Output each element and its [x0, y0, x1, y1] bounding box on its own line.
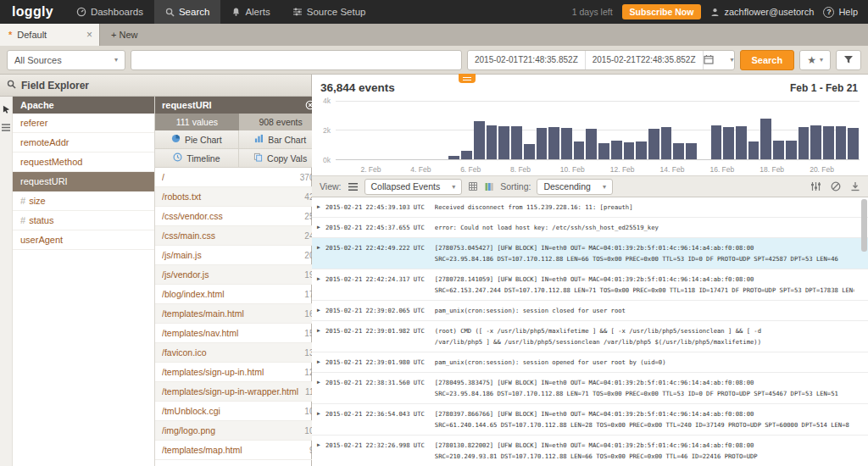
expand-event-icon[interactable]: ▶ — [317, 377, 326, 388]
y-axis-tick: 0k — [323, 156, 331, 164]
value-row[interactable]: /css/vendor.css25 — [155, 207, 322, 226]
value-row[interactable]: /js/vendor.js19 — [155, 265, 322, 285]
nav-source-setup[interactable]: Source Setup — [281, 0, 377, 24]
timeline-button[interactable]: Timeline — [155, 149, 239, 168]
expand-event-icon[interactable]: ▶ — [317, 242, 326, 253]
log-event-row[interactable]: ▶2015-02-21 22:39:01.980 UTCpam_unix(cro… — [312, 352, 868, 373]
field-group-apache[interactable]: Apache — [13, 97, 154, 114]
tab-values[interactable]: 111 values — [155, 114, 239, 130]
bar-chart-button[interactable]: Bar Chart — [239, 130, 323, 149]
source-setup-icon — [292, 7, 303, 17]
pointer-icon[interactable] — [3, 105, 10, 114]
nav-alerts[interactable]: Alerts — [220, 0, 281, 24]
log-event-row[interactable]: ▶2015-02-21 22:38:31.560 UTC[2780495.383… — [312, 373, 868, 404]
tab-default[interactable]: * Default × — [0, 24, 100, 46]
value-row[interactable]: /370 — [155, 168, 322, 187]
log-event-row[interactable]: ▶2015-02-21 22:39:01.982 UTC(root) CMD (… — [312, 321, 868, 352]
expand-event-icon[interactable]: ▶ — [317, 440, 326, 451]
grid-view-icon[interactable] — [468, 181, 478, 191]
event-message-line: SRC=23.95.84.186 DST=107.170.112.88 LEN=… — [435, 253, 854, 264]
user-menu[interactable]: zachflower@usetorch — [710, 7, 814, 17]
value-row[interactable]: /templates/sign-up-in-wrapper.html11 — [155, 382, 322, 402]
help-menu[interactable]: ? Help — [823, 7, 858, 18]
expand-event-icon[interactable]: ▶ — [317, 357, 326, 368]
log-event-row[interactable]: ▶2015-02-21 22:42:24.317 UTC[2780728.141… — [312, 269, 868, 301]
value-row[interactable]: /img/logo.png10 — [155, 421, 322, 441]
expand-event-icon[interactable]: ▶ — [317, 274, 326, 285]
chart-bars[interactable] — [336, 101, 860, 160]
field-item-referer[interactable]: referer — [13, 114, 154, 133]
column-view-icon[interactable] — [484, 181, 494, 191]
search-collapse-handle[interactable] — [459, 74, 476, 83]
value-row[interactable]: /js/main.js20 — [155, 246, 322, 265]
value-label: /templates/sign-up-in.html — [162, 367, 298, 377]
field-item-userAgent[interactable]: userAgent — [13, 230, 154, 250]
log-event-row[interactable]: ▶2015-02-21 22:36:54.043 UTC[2780397.866… — [312, 404, 868, 435]
nav-search[interactable]: Search — [154, 0, 220, 24]
field-item-remoteAddr[interactable]: remoteAddr — [13, 133, 154, 153]
histogram-bar — [548, 127, 559, 159]
tab-events[interactable]: 908 events — [239, 114, 323, 130]
search-tools-button[interactable] — [836, 50, 861, 70]
sources-dropdown[interactable]: All Sources ▾ — [7, 50, 125, 70]
event-list: ▶2015-02-21 22:45:39.103 UTCReceived dis… — [312, 197, 868, 466]
event-message: pam_unix(cron:session): session opened f… — [435, 357, 854, 368]
event-message-line: Received disconnect from 115.239.228.16:… — [435, 202, 854, 213]
histogram-bar — [711, 125, 722, 159]
value-row[interactable]: /templates/map.html9 — [155, 441, 322, 460]
nav-dashboards[interactable]: Dashboards — [65, 0, 154, 24]
pie-chart-button[interactable]: Pie Chart — [155, 130, 239, 149]
value-row[interactable]: /templates/nav.html15 — [155, 324, 322, 343]
field-label: remoteAddr — [20, 137, 69, 147]
display-options-icon[interactable] — [810, 181, 821, 191]
log-event-row[interactable]: ▶2015-02-21 22:32:26.998 UTC[2780130.822… — [312, 435, 868, 466]
field-item-requestMethod[interactable]: requestMethod — [13, 153, 154, 172]
x-axis-tick: 14. Feb — [660, 165, 685, 174]
tab-close-icon[interactable]: × — [86, 29, 92, 41]
log-event-row[interactable]: ▶2015-02-21 22:45:39.103 UTCReceived dis… — [312, 197, 868, 218]
date-from-field[interactable]: 2015-02-01T21:48:35.852Z — [468, 51, 586, 69]
copy-vals-button[interactable]: Copy Vals — [239, 149, 323, 168]
scrollbar-thumb[interactable] — [861, 199, 867, 252]
value-row[interactable]: /favicon.ico13 — [155, 343, 322, 363]
search-query-input[interactable] — [131, 50, 462, 70]
log-event-row[interactable]: ▶2015-02-21 22:42:49.222 UTC[2780753.045… — [312, 238, 868, 269]
event-timestamp: 2015-02-21 22:42:24.317 UTC — [326, 274, 425, 285]
date-to-field[interactable]: 2015-02-21T22:48:35.852Z — [586, 51, 704, 69]
field-item-requestURI[interactable]: requestURI — [13, 172, 154, 191]
search-button[interactable]: Search — [740, 50, 795, 70]
log-event-row[interactable]: ▶2015-02-21 22:45:37.655 UTCerror: Could… — [312, 218, 868, 238]
pie-chart-label: Pie Chart — [185, 135, 222, 145]
new-tab-button[interactable]: + New — [100, 24, 149, 46]
log-event-row[interactable]: ▶2015-02-21 22:39:02.065 UTCpam_unix(cro… — [312, 301, 868, 321]
loggly-logo[interactable]: loggly — [0, 0, 65, 24]
field-item-status[interactable]: #status — [13, 211, 154, 230]
expand-event-icon[interactable]: ▶ — [317, 408, 326, 419]
value-row[interactable]: /css/main.css24 — [155, 226, 322, 246]
expand-event-icon[interactable]: ▶ — [317, 305, 326, 316]
event-message-line: [2780130.822002] [UFW BLOCK] IN=eth0 OUT… — [435, 440, 854, 451]
value-row[interactable]: /templates/sign-up-in.html12 — [155, 363, 322, 382]
list-view-icon[interactable] — [348, 182, 359, 191]
expand-event-icon[interactable]: ▶ — [317, 202, 326, 213]
value-row[interactable]: /tmUnblock.cgi10 — [155, 402, 322, 421]
event-timestamp: 2015-02-21 22:32:26.998 UTC — [326, 440, 425, 451]
download-icon[interactable] — [850, 181, 860, 191]
subscribe-button[interactable]: Subscribe Now — [622, 4, 702, 19]
value-row[interactable]: /templates/main.html16 — [155, 304, 322, 324]
expand-event-icon[interactable]: ▶ — [317, 222, 326, 233]
y-axis-tick: 4k — [323, 97, 331, 105]
histogram-bar — [461, 151, 472, 159]
value-row[interactable]: /blog/index.html17 — [155, 285, 322, 304]
histogram-bar — [823, 126, 834, 159]
expand-event-icon[interactable]: ▶ — [317, 325, 326, 336]
live-tail-icon[interactable] — [831, 181, 841, 191]
list-icon[interactable] — [2, 124, 10, 131]
field-item-size[interactable]: #size — [13, 191, 154, 211]
saved-searches-button[interactable]: ★ ▾ — [799, 50, 831, 70]
view-mode-dropdown[interactable]: Collapsed Events ▾ — [364, 179, 463, 195]
calendar-button[interactable]: ▾ — [704, 51, 734, 69]
sort-dropdown[interactable]: Descending ▾ — [537, 179, 612, 195]
event-timestamp: 2015-02-21 22:36:54.043 UTC — [326, 408, 425, 419]
value-row[interactable]: /robots.txt42 — [155, 187, 322, 207]
